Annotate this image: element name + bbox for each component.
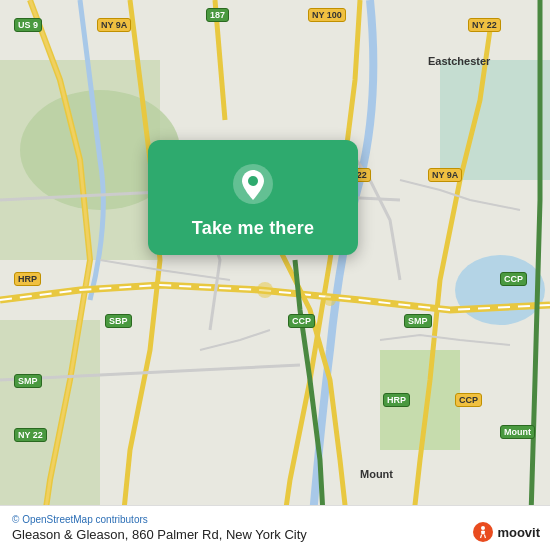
svg-point-5 — [455, 255, 545, 325]
bottom-bar: © OpenStreetMap contributors Gleason & G… — [0, 505, 550, 550]
label-hrp-bottom: Mount — [500, 425, 535, 439]
take-me-there-card[interactable]: Take me there — [148, 140, 358, 255]
label-ny187: 187 — [206, 8, 229, 22]
label-ny22-top: NY 22 — [468, 18, 501, 32]
attribution: © OpenStreetMap contributors — [12, 514, 538, 525]
svg-point-7 — [324, 294, 336, 306]
label-ny22-mid: NY 9A — [428, 168, 462, 182]
svg-point-9 — [248, 176, 258, 186]
label-ccp-mid-right: SMP — [404, 314, 432, 328]
label-smp2: NY 22 — [14, 428, 47, 442]
moovit-icon — [473, 522, 493, 542]
label-sbp: CCP — [288, 314, 315, 328]
mount-label: Mount — [360, 468, 393, 480]
label-ny22-bottom: CCP — [455, 393, 482, 407]
label-hrp-right: CCP — [500, 272, 527, 286]
eastchester-label: Eastchester — [428, 55, 490, 67]
label-ny100-top: NY 100 — [308, 8, 346, 22]
label-ny9a-left: HRP — [14, 272, 41, 286]
moovit-text: moovit — [497, 525, 540, 540]
osm-link[interactable]: © OpenStreetMap contributors — [12, 514, 148, 525]
label-us9: US 9 — [14, 18, 42, 32]
label-ccp-mid-left: SBP — [105, 314, 132, 328]
svg-rect-4 — [440, 60, 550, 180]
moovit-logo: moovit — [473, 522, 540, 542]
label-ccp-bottom: HRP — [383, 393, 410, 407]
label-ny9a-top: NY 9A — [97, 18, 131, 32]
map-roads-svg — [0, 0, 550, 550]
location-pin-icon — [231, 162, 275, 206]
take-me-there-label: Take me there — [192, 218, 314, 239]
svg-point-10 — [481, 526, 485, 530]
svg-point-6 — [257, 282, 273, 298]
map-container: US 9 NY 9A 187 NY 100 NY 22 Eastchester … — [0, 0, 550, 550]
label-smp1: SMP — [14, 374, 42, 388]
address-line: Gleason & Gleason, 860 Palmer Rd, New Yo… — [12, 527, 538, 542]
